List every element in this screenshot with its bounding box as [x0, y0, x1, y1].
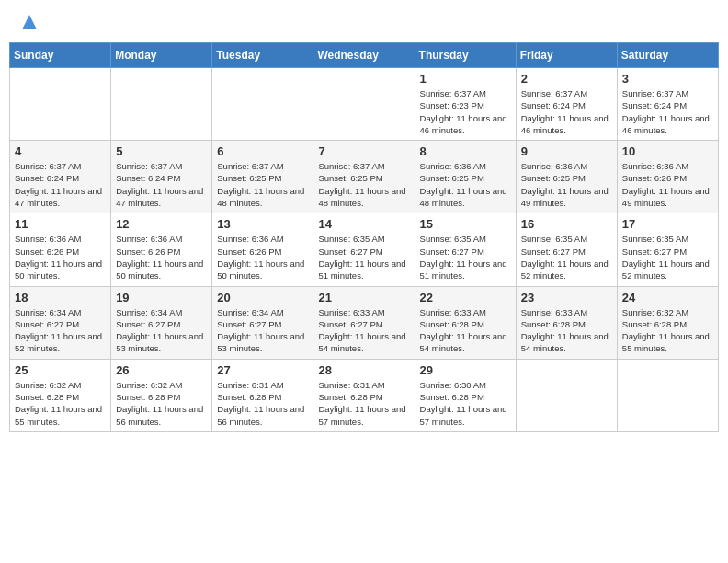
- day-info: Sunrise: 6:32 AM Sunset: 6:28 PM Dayligh…: [15, 379, 106, 428]
- day-info: Sunrise: 6:35 AM Sunset: 6:27 PM Dayligh…: [420, 233, 511, 282]
- calendar-day-cell: 14Sunrise: 6:35 AM Sunset: 6:27 PM Dayli…: [313, 213, 415, 286]
- calendar-day-cell: 2Sunrise: 6:37 AM Sunset: 6:24 PM Daylig…: [516, 68, 617, 141]
- calendar-day-cell: [111, 68, 212, 141]
- day-number: 13: [217, 217, 308, 231]
- calendar-day-cell: 10Sunrise: 6:36 AM Sunset: 6:26 PM Dayli…: [617, 141, 718, 213]
- calendar-day-cell: [313, 68, 415, 141]
- calendar-day-cell: 1Sunrise: 6:37 AM Sunset: 6:23 PM Daylig…: [415, 68, 516, 141]
- svg-marker-0: [22, 15, 37, 29]
- day-info: Sunrise: 6:35 AM Sunset: 6:27 PM Dayligh…: [521, 233, 612, 282]
- day-number: 6: [217, 144, 308, 158]
- day-info: Sunrise: 6:33 AM Sunset: 6:28 PM Dayligh…: [420, 306, 511, 355]
- calendar-day-cell: 27Sunrise: 6:31 AM Sunset: 6:28 PM Dayli…: [212, 359, 313, 431]
- day-number: 25: [15, 363, 106, 377]
- day-number: 19: [116, 291, 207, 304]
- day-info: Sunrise: 6:35 AM Sunset: 6:27 PM Dayligh…: [622, 233, 713, 282]
- day-header: Tuesday: [212, 43, 313, 68]
- calendar-day-cell: 25Sunrise: 6:32 AM Sunset: 6:28 PM Dayli…: [10, 359, 111, 431]
- day-info: Sunrise: 6:37 AM Sunset: 6:25 PM Dayligh…: [217, 160, 308, 209]
- calendar-table: SundayMondayTuesdayWednesdayThursdayFrid…: [9, 42, 719, 432]
- day-number: 24: [622, 291, 713, 304]
- day-header: Friday: [516, 43, 617, 68]
- calendar-day-cell: 3Sunrise: 6:37 AM Sunset: 6:24 PM Daylig…: [617, 68, 718, 141]
- calendar-day-cell: 8Sunrise: 6:36 AM Sunset: 6:25 PM Daylig…: [415, 141, 516, 213]
- calendar-day-cell: 13Sunrise: 6:36 AM Sunset: 6:26 PM Dayli…: [212, 213, 313, 286]
- calendar-week-row: 11Sunrise: 6:36 AM Sunset: 6:26 PM Dayli…: [10, 213, 719, 286]
- day-number: 14: [318, 217, 409, 231]
- day-header: Wednesday: [313, 43, 415, 68]
- calendar-day-cell: 16Sunrise: 6:35 AM Sunset: 6:27 PM Dayli…: [516, 213, 617, 286]
- day-info: Sunrise: 6:33 AM Sunset: 6:27 PM Dayligh…: [318, 306, 409, 355]
- calendar-day-cell: 6Sunrise: 6:37 AM Sunset: 6:25 PM Daylig…: [212, 141, 313, 213]
- day-info: Sunrise: 6:34 AM Sunset: 6:27 PM Dayligh…: [217, 306, 308, 355]
- day-info: Sunrise: 6:31 AM Sunset: 6:28 PM Dayligh…: [318, 379, 409, 428]
- page-header: [9, 9, 719, 35]
- calendar-week-row: 1Sunrise: 6:37 AM Sunset: 6:23 PM Daylig…: [10, 68, 719, 141]
- day-info: Sunrise: 6:36 AM Sunset: 6:25 PM Dayligh…: [420, 160, 511, 209]
- calendar-week-row: 25Sunrise: 6:32 AM Sunset: 6:28 PM Dayli…: [10, 359, 719, 431]
- calendar-day-cell: 23Sunrise: 6:33 AM Sunset: 6:28 PM Dayli…: [516, 286, 617, 359]
- day-info: Sunrise: 6:36 AM Sunset: 6:26 PM Dayligh…: [15, 233, 106, 282]
- day-info: Sunrise: 6:30 AM Sunset: 6:28 PM Dayligh…: [420, 379, 511, 428]
- day-number: 12: [116, 217, 207, 231]
- day-number: 4: [15, 144, 106, 158]
- calendar-day-cell: [516, 359, 617, 431]
- day-number: 27: [217, 363, 308, 377]
- day-number: 26: [116, 363, 207, 377]
- day-info: Sunrise: 6:34 AM Sunset: 6:27 PM Dayligh…: [116, 306, 207, 355]
- calendar-day-cell: 17Sunrise: 6:35 AM Sunset: 6:27 PM Dayli…: [617, 213, 718, 286]
- calendar-day-cell: 7Sunrise: 6:37 AM Sunset: 6:25 PM Daylig…: [313, 141, 415, 213]
- calendar-day-cell: 20Sunrise: 6:34 AM Sunset: 6:27 PM Dayli…: [212, 286, 313, 359]
- day-info: Sunrise: 6:32 AM Sunset: 6:28 PM Dayligh…: [116, 379, 207, 428]
- day-info: Sunrise: 6:37 AM Sunset: 6:25 PM Dayligh…: [318, 160, 409, 209]
- day-number: 28: [318, 363, 409, 377]
- day-info: Sunrise: 6:35 AM Sunset: 6:27 PM Dayligh…: [318, 233, 409, 282]
- logo: [17, 13, 40, 31]
- calendar-day-cell: [617, 359, 718, 431]
- calendar-week-row: 18Sunrise: 6:34 AM Sunset: 6:27 PM Dayli…: [10, 286, 719, 359]
- day-info: Sunrise: 6:36 AM Sunset: 6:26 PM Dayligh…: [622, 160, 713, 209]
- day-header: Thursday: [415, 43, 516, 68]
- day-number: 21: [318, 291, 409, 304]
- day-number: 2: [521, 72, 612, 86]
- day-info: Sunrise: 6:33 AM Sunset: 6:28 PM Dayligh…: [521, 306, 612, 355]
- day-number: 11: [15, 217, 106, 231]
- day-info: Sunrise: 6:36 AM Sunset: 6:25 PM Dayligh…: [521, 160, 612, 209]
- day-info: Sunrise: 6:32 AM Sunset: 6:28 PM Dayligh…: [622, 306, 713, 355]
- day-number: 8: [420, 144, 511, 158]
- calendar-header-row: SundayMondayTuesdayWednesdayThursdayFrid…: [10, 43, 719, 68]
- day-number: 9: [521, 144, 612, 158]
- day-info: Sunrise: 6:34 AM Sunset: 6:27 PM Dayligh…: [15, 306, 106, 355]
- day-number: 29: [420, 363, 511, 377]
- day-number: 7: [318, 144, 409, 158]
- day-number: 5: [116, 144, 207, 158]
- calendar-day-cell: 18Sunrise: 6:34 AM Sunset: 6:27 PM Dayli…: [10, 286, 111, 359]
- day-number: 3: [622, 72, 713, 86]
- calendar-day-cell: 19Sunrise: 6:34 AM Sunset: 6:27 PM Dayli…: [111, 286, 212, 359]
- day-info: Sunrise: 6:37 AM Sunset: 6:24 PM Dayligh…: [521, 87, 612, 136]
- calendar-day-cell: 21Sunrise: 6:33 AM Sunset: 6:27 PM Dayli…: [313, 286, 415, 359]
- calendar-day-cell: 29Sunrise: 6:30 AM Sunset: 6:28 PM Dayli…: [415, 359, 516, 431]
- day-number: 17: [622, 217, 713, 231]
- calendar-day-cell: 22Sunrise: 6:33 AM Sunset: 6:28 PM Dayli…: [415, 286, 516, 359]
- day-info: Sunrise: 6:31 AM Sunset: 6:28 PM Dayligh…: [217, 379, 308, 428]
- calendar-week-row: 4Sunrise: 6:37 AM Sunset: 6:24 PM Daylig…: [10, 141, 719, 213]
- calendar-day-cell: 28Sunrise: 6:31 AM Sunset: 6:28 PM Dayli…: [313, 359, 415, 431]
- calendar-day-cell: [10, 68, 111, 141]
- calendar-day-cell: 12Sunrise: 6:36 AM Sunset: 6:26 PM Dayli…: [111, 213, 212, 286]
- day-number: 20: [217, 291, 308, 304]
- calendar-day-cell: 9Sunrise: 6:36 AM Sunset: 6:25 PM Daylig…: [516, 141, 617, 213]
- calendar-day-cell: 4Sunrise: 6:37 AM Sunset: 6:24 PM Daylig…: [10, 141, 111, 213]
- calendar-day-cell: 11Sunrise: 6:36 AM Sunset: 6:26 PM Dayli…: [10, 213, 111, 286]
- calendar-day-cell: [212, 68, 313, 141]
- day-info: Sunrise: 6:36 AM Sunset: 6:26 PM Dayligh…: [217, 233, 308, 282]
- day-number: 16: [521, 217, 612, 231]
- day-number: 18: [15, 291, 106, 304]
- day-header: Monday: [111, 43, 212, 68]
- calendar-day-cell: 24Sunrise: 6:32 AM Sunset: 6:28 PM Dayli…: [617, 286, 718, 359]
- day-number: 23: [521, 291, 612, 304]
- day-number: 1: [420, 72, 511, 86]
- day-info: Sunrise: 6:37 AM Sunset: 6:23 PM Dayligh…: [420, 87, 511, 136]
- logo-icon: [20, 13, 39, 31]
- day-info: Sunrise: 6:37 AM Sunset: 6:24 PM Dayligh…: [622, 87, 713, 136]
